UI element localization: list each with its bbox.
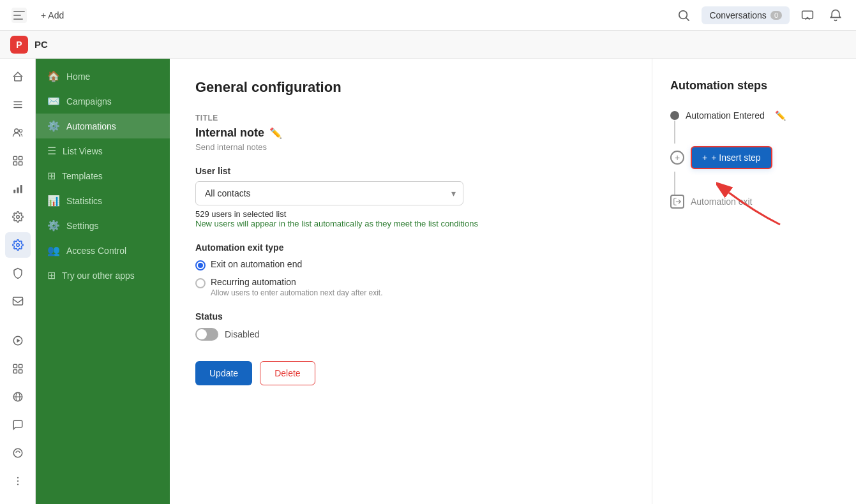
sidebar-icon-globe2[interactable] (5, 440, 31, 466)
exit-option1-radio[interactable] (195, 260, 206, 271)
status-toggle-row: Disabled (195, 328, 626, 341)
svg-line-2 (686, 18, 689, 20)
user-list-dropdown[interactable]: All contactsActive contactsInactive cont… (195, 181, 463, 205)
bell-icon[interactable] (825, 5, 846, 26)
svg-point-29 (13, 448, 22, 457)
exit-option1-label: Exit on automation end (211, 259, 302, 269)
status-text: Disabled (225, 329, 259, 339)
listviews-nav-icon: ☰ (47, 145, 56, 157)
main-layout: 🏠 Home ✉️ Campaigns ⚙️ Automations ☰ Lis… (0, 59, 856, 504)
sidebar-label-templates: Templates (62, 171, 103, 181)
status-section: Status Disabled (195, 311, 626, 341)
home-nav-icon: 🏠 (47, 70, 60, 82)
svg-rect-19 (13, 297, 22, 305)
insert-step-icon: + (702, 152, 707, 163)
sidebar-icon-more[interactable] (5, 468, 31, 494)
sidebar-item-access-control[interactable]: 👥 Access Control (36, 238, 170, 263)
svg-rect-12 (13, 162, 17, 165)
svg-marker-21 (17, 339, 20, 343)
search-button[interactable] (673, 5, 694, 26)
title-value-text: Internal note (195, 126, 264, 140)
sidebar-icon-grid[interactable] (5, 356, 31, 382)
svg-rect-24 (13, 370, 17, 373)
named-sidebar: 🏠 Home ✉️ Campaigns ⚙️ Automations ☰ Lis… (36, 59, 170, 504)
title-edit-icon[interactable]: ✏️ (269, 127, 282, 139)
sidebar-item-statistics[interactable]: 📊 Statistics (36, 188, 170, 213)
sidebar-item-automations[interactable]: ⚙️ Automations (36, 114, 170, 138)
conversations-badge: 0 (770, 11, 782, 20)
exit-option2-row: Recurring automation Allow users to ente… (195, 277, 626, 297)
add-button[interactable]: + Add (36, 8, 69, 23)
svg-rect-11 (19, 156, 22, 159)
sidebar-label-home: Home (66, 71, 90, 82)
plus-circle-icon[interactable]: + (670, 151, 684, 165)
exit-option2-label: Recurring automation (211, 277, 382, 287)
step1-edit-icon[interactable]: ✏️ (775, 110, 786, 121)
sidebar-icon-mail[interactable] (5, 288, 31, 314)
sidebar-label-listviews: List Views (63, 146, 103, 156)
exit-option2-sublabel: Allow users to enter automation next day… (211, 288, 382, 297)
sidebar-label-automations: Automations (66, 121, 116, 131)
step-automation-entered: Automation Entered ✏️ (670, 110, 786, 121)
automation-exit-item: Automation exit (670, 195, 753, 209)
update-button[interactable]: Update (195, 361, 252, 385)
sidebar-icon-home[interactable] (5, 64, 31, 89)
app-icon: P (10, 36, 28, 54)
step1-name: Automation Entered (686, 110, 765, 121)
sidebar-item-campaigns[interactable]: ✉️ Campaigns (36, 89, 170, 114)
sidebar-icon-shield[interactable] (5, 260, 31, 286)
svg-rect-14 (13, 190, 15, 193)
automation-steps-panel: Automation steps Automation Entered ✏️ +… (652, 59, 856, 504)
exit-icon (670, 195, 684, 209)
sidebar-item-settings[interactable]: ⚙️ Settings (36, 213, 170, 238)
sidebar-icon-chat2[interactable] (5, 412, 31, 438)
statistics-nav-icon: 📊 (47, 195, 60, 207)
conversations-button[interactable]: Conversations 0 (702, 6, 790, 24)
svg-rect-4 (14, 77, 21, 81)
step-flow: Automation Entered ✏️ + + + Insert step (670, 110, 838, 209)
icon-sidebar (0, 59, 36, 504)
sidebar-label-statistics: Statistics (66, 196, 102, 206)
exit-type-label: Automation exit type (195, 242, 626, 253)
title-subtitle: Send internal notes (195, 142, 626, 152)
sidebar-icon-people[interactable] (5, 120, 31, 145)
svg-point-30 (17, 477, 18, 478)
insert-step-button[interactable]: + + Insert step (691, 146, 772, 169)
exit-option2-label-wrapper: Recurring automation Allow users to ente… (211, 277, 382, 297)
sidebar-item-other-apps[interactable]: ⊞ Try our other apps (36, 263, 170, 288)
svg-rect-16 (20, 185, 22, 193)
svg-point-8 (14, 129, 18, 133)
delete-button[interactable]: Delete (260, 361, 315, 385)
step-connector-line2 (674, 172, 675, 195)
sidebar-icon-settings[interactable] (5, 204, 31, 230)
sidebar-icon-dashboard[interactable] (5, 148, 31, 174)
sidebar-icon-list[interactable] (5, 92, 31, 117)
content-area: General configuration Title Internal not… (170, 59, 652, 504)
access-control-nav-icon: 👥 (47, 244, 60, 256)
sidebar-item-templates[interactable]: ⊞ Templates (36, 163, 170, 188)
svg-point-32 (17, 484, 18, 485)
svg-rect-13 (19, 162, 22, 165)
title-value-row: Internal note ✏️ (195, 126, 626, 140)
sidebar-icon-barchart[interactable] (5, 176, 31, 202)
svg-rect-25 (19, 370, 22, 373)
topbar: + Add Conversations 0 (0, 0, 856, 31)
chat-icon[interactable] (797, 5, 818, 26)
app-initial: P (16, 40, 22, 50)
sidebar-item-home[interactable]: 🏠 Home (36, 64, 170, 89)
sidebar-icon-automation[interactable] (5, 232, 31, 258)
svg-rect-15 (17, 188, 19, 193)
insert-step-label: + Insert step (711, 152, 760, 163)
svg-rect-22 (13, 364, 17, 367)
page-title: General configuration (195, 79, 626, 96)
sidebar-item-listviews[interactable]: ☰ List Views (36, 138, 170, 163)
exit-option2-radio[interactable] (195, 278, 206, 288)
app-logo[interactable] (10, 6, 28, 24)
sidebar-icon-globe[interactable] (5, 384, 31, 410)
sidebar-icon-play[interactable] (5, 328, 31, 353)
settings-nav-icon: ⚙️ (47, 219, 60, 232)
svg-rect-7 (13, 107, 22, 108)
status-toggle[interactable] (195, 328, 218, 341)
automations-nav-icon: ⚙️ (47, 120, 60, 132)
user-list-label: User list (195, 166, 626, 176)
